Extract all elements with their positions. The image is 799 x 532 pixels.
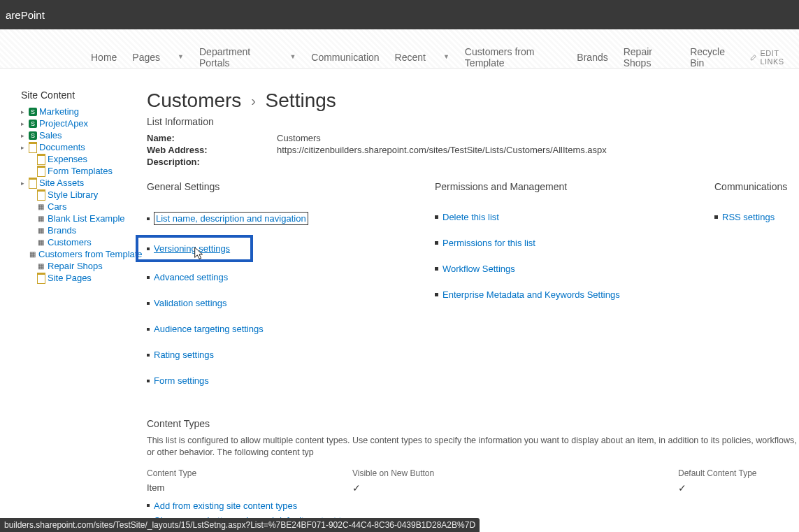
nav-item-communication[interactable]: Communication (311, 52, 379, 63)
content-type-item-link[interactable]: Item (147, 482, 164, 493)
tree-item-projectapex[interactable]: ▸SProjectApex (21, 118, 126, 129)
tree-item-documents[interactable]: ▸Documents (21, 142, 126, 152)
bullet-icon (435, 267, 438, 271)
subsite-icon: S (28, 107, 38, 117)
header-default-ct: Default Content Type (678, 468, 799, 478)
header-content-type: Content Type (147, 468, 352, 478)
address-value: https://citizenbuilders.sharepoint.com/s… (277, 145, 607, 155)
tree-item-marketing[interactable]: ▸SMarketing (21, 106, 126, 117)
top-nav: HomePages▼Department Portals▼Communicati… (91, 46, 799, 69)
link-audience-targeting[interactable]: Audience targeting settings (154, 324, 264, 334)
nav-item-customers-from-template[interactable]: Customers from Template (465, 46, 562, 69)
chevron-down-icon[interactable]: ▼ (289, 53, 296, 60)
tree-item-label[interactable]: Documents (39, 142, 85, 152)
nav-item-recent[interactable]: Recent (395, 52, 426, 63)
expand-icon[interactable]: ▸ (21, 120, 28, 127)
main-content: Customers › Settings List Information Na… (133, 89, 799, 532)
link-perm-0[interactable]: Delete this list (442, 212, 499, 222)
expand-icon[interactable]: ▸ (21, 108, 28, 115)
tree-item-brands[interactable]: ▦Brands (21, 225, 126, 236)
nav-item-home[interactable]: Home (91, 52, 117, 63)
link-rating-settings[interactable]: Rating settings (154, 350, 214, 360)
tree-item-label[interactable]: Site Assets (39, 178, 84, 188)
tree-item-customers-from-template[interactable]: ▦Customers from Template (21, 249, 126, 259)
tree-item-label[interactable]: Brands (48, 225, 76, 236)
link-advanced-settings[interactable]: Advanced settings (154, 272, 228, 282)
expand-icon[interactable]: ▸ (21, 180, 28, 187)
tree-item-label[interactable]: Form Templates (48, 166, 113, 176)
link-perm-3[interactable]: Enterprise Metadata and Keywords Setting… (442, 289, 620, 300)
tree-item-blank-list-example[interactable]: ▦Blank List Example (21, 213, 126, 224)
tree-item-style-library[interactable]: Style Library (21, 189, 126, 200)
tree-item-label[interactable]: Customers from Template (38, 249, 143, 259)
tree-item-repair-shops[interactable]: ▦Repair Shops (21, 261, 126, 271)
bullet-icon (435, 293, 438, 296)
tree-item-label[interactable]: ProjectApex (39, 118, 88, 129)
subsite-icon: S (28, 131, 38, 141)
link-list-name-desc-nav[interactable]: List name, description and navigation (156, 213, 306, 224)
nav-item-pages[interactable]: Pages (132, 52, 160, 63)
bullet-icon (147, 504, 150, 507)
breadcrumb-list-link[interactable]: Customers (147, 89, 241, 111)
name-value: Customers (277, 133, 321, 143)
list-icon: ▦ (36, 202, 46, 212)
suite-bar: arePoint (0, 0, 799, 29)
folder-icon (28, 178, 38, 188)
nav-item-repair-shops[interactable]: Repair Shops (624, 46, 675, 69)
folder-icon (36, 166, 46, 176)
tree-item-form-templates[interactable]: Form Templates (21, 166, 126, 176)
tree-item-label[interactable]: Marketing (39, 106, 79, 117)
check-icon: ✓ (352, 482, 361, 494)
bullet-icon (147, 247, 150, 250)
tree-item-label[interactable]: Sales (39, 130, 62, 141)
tree-item-cars[interactable]: ▦Cars (21, 201, 126, 212)
link-form-settings[interactable]: Form settings (154, 375, 209, 386)
expand-icon[interactable]: ▸ (21, 132, 28, 139)
link-validation-settings[interactable]: Validation settings (154, 298, 227, 308)
expand-icon[interactable]: ▸ (21, 144, 28, 151)
list-icon: ▦ (29, 250, 37, 259)
bullet-icon (147, 354, 150, 357)
list-icon: ▦ (36, 261, 46, 271)
tree-item-expenses[interactable]: Expenses (21, 154, 126, 164)
tree-item-label[interactable]: Cars (48, 201, 66, 212)
tree-item-label[interactable]: Customers (48, 237, 92, 247)
tree-item-sales[interactable]: ▸SSales (21, 130, 126, 141)
sidebar-title: Site Content (21, 89, 126, 101)
tree-item-label[interactable]: Repair Shops (48, 261, 103, 271)
list-icon: ▦ (36, 214, 46, 224)
pencil-icon (750, 53, 757, 62)
nav-item-brands[interactable]: Brands (577, 52, 607, 63)
chevron-down-icon[interactable]: ▼ (443, 53, 449, 60)
tree-item-label[interactable]: Site Pages (48, 273, 92, 283)
folder-icon (36, 154, 46, 164)
bullet-icon (147, 302, 150, 305)
communications-title: Communications (714, 181, 799, 192)
bullet-icon (714, 215, 718, 219)
link-perm-2[interactable]: Workflow Settings (442, 264, 515, 274)
tree-item-label[interactable]: Expenses (48, 154, 87, 164)
link-rss-settings[interactable]: RSS settings (722, 212, 775, 222)
link-perm-1[interactable]: Permissions for this list (442, 238, 535, 248)
nav-item-recycle-bin[interactable]: Recycle Bin (690, 46, 735, 69)
name-label: Name: (147, 133, 277, 143)
general-settings-title: General Settings (147, 181, 435, 192)
sidebar: Site Content ▸SMarketing▸SProjectApex▸SS… (0, 89, 133, 532)
tree-item-label[interactable]: Style Library (48, 189, 98, 200)
tree-item-site-pages[interactable]: Site Pages (21, 273, 126, 283)
subsite-icon: S (28, 119, 38, 129)
address-label: Web Address: (147, 145, 277, 155)
bullet-icon (147, 217, 150, 220)
bullet-icon (147, 328, 150, 331)
tree-item-customers[interactable]: ▦Customers (21, 237, 126, 247)
link-add-content-types[interactable]: Add from existing site content types (154, 501, 297, 511)
link-versioning-settings[interactable]: Versioning settings (154, 243, 230, 254)
edit-links-button[interactable]: EDIT LINKS (750, 49, 799, 66)
app-name: arePoint (6, 9, 45, 21)
focused-outline: List name, description and navigation (154, 212, 308, 225)
tree-item-label[interactable]: Blank List Example (48, 213, 125, 224)
nav-item-department-portals[interactable]: Department Portals (199, 46, 272, 69)
chevron-down-icon[interactable]: ▼ (178, 53, 184, 60)
header-visible-new: Visible on New Button (352, 468, 678, 478)
tree-item-site-assets[interactable]: ▸Site Assets (21, 178, 126, 188)
